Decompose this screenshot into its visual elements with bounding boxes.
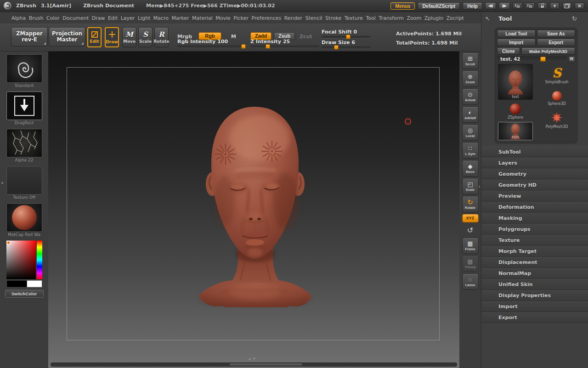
stroke-selector[interactable]: DragRect bbox=[6, 92, 42, 126]
recent-tool-thumbnail[interactable]: test bbox=[498, 122, 533, 140]
strip-button[interactable]: XYZ bbox=[462, 214, 479, 223]
defaultzscript-button[interactable]: DefaultZScript bbox=[418, 2, 460, 10]
menu-item[interactable]: Draw bbox=[92, 15, 105, 21]
menu-item[interactable]: Edit bbox=[108, 15, 118, 21]
menu-item[interactable]: Stencil bbox=[305, 15, 322, 21]
focal-shift-slider[interactable]: Focal Shift 0 bbox=[322, 29, 370, 38]
slider-handle[interactable] bbox=[334, 45, 339, 50]
panel-collapse-icon[interactable]: ↖ bbox=[485, 15, 490, 22]
menu-item[interactable]: Stroke bbox=[325, 15, 341, 21]
strip-button[interactable]: ⊞ Scroll bbox=[462, 52, 479, 69]
canvas-h-scrollbar[interactable] bbox=[51, 362, 457, 367]
zmapper-button[interactable]: ZMapper rev-E bbox=[11, 27, 48, 46]
draw-mode-button[interactable]: Draw bbox=[105, 27, 119, 47]
strip-button[interactable]: ▩ Transp bbox=[462, 255, 479, 272]
tool-slider-handle[interactable] bbox=[540, 57, 546, 62]
color-picker[interactable] bbox=[6, 241, 42, 279]
z-intensity-slider[interactable]: Z Intensity 25 bbox=[250, 39, 319, 48]
menu-item[interactable]: Render bbox=[284, 15, 302, 21]
texture-thumbnail[interactable] bbox=[6, 166, 42, 195]
tool-item-zsphere[interactable]: ZSphere bbox=[498, 102, 533, 121]
tool-section-row[interactable]: Display Properties bbox=[481, 290, 588, 301]
active-tool-thumbnail[interactable]: test bbox=[498, 64, 533, 100]
tool-section-row[interactable]: Preview bbox=[481, 190, 588, 201]
tool-section-row[interactable]: Import bbox=[481, 301, 588, 312]
load-tool-button[interactable]: Load Tool bbox=[497, 30, 536, 37]
slider-handle[interactable] bbox=[241, 44, 246, 49]
tool-section-row[interactable]: Deformation bbox=[481, 201, 588, 213]
make-polymesh3d-button[interactable]: Make PolyMesh3D bbox=[521, 47, 575, 55]
rotate-mode-button[interactable]: R Rotate bbox=[154, 27, 169, 47]
strip-button[interactable]: ↺ bbox=[462, 224, 479, 236]
draw-size-slider[interactable]: Draw Size 6 bbox=[322, 40, 370, 49]
tool-section-row[interactable]: Morph Target bbox=[481, 246, 588, 257]
tool-section-row[interactable]: Geometry HD bbox=[481, 179, 588, 190]
tool-section-row[interactable]: NormalMap bbox=[481, 268, 588, 279]
slider-handle[interactable] bbox=[266, 44, 270, 49]
strip-button[interactable]: ⊙ Actual bbox=[462, 88, 479, 105]
scale-mode-button[interactable]: S Scale bbox=[138, 27, 153, 47]
tool-slider-r-button[interactable]: R bbox=[568, 56, 575, 62]
layout-a-button[interactable] bbox=[513, 2, 522, 9]
document-canvas[interactable]: ▲ ▼ bbox=[48, 52, 459, 368]
scrub-left-button[interactable]: ◀▮ bbox=[485, 2, 496, 9]
import-button[interactable]: Import bbox=[497, 39, 536, 46]
material-selector[interactable]: MatCap Red Wa bbox=[6, 203, 42, 237]
strip-button[interactable]: ◌ Lasso bbox=[462, 273, 479, 290]
main-color-swatch[interactable] bbox=[6, 280, 28, 288]
left-divider-arrow[interactable]: ◂ bbox=[1, 180, 3, 185]
tool-slider-track[interactable]: test. 42 bbox=[497, 56, 567, 62]
rgb-intensity-slider[interactable]: Rgb Intensity 100 bbox=[177, 39, 246, 48]
strip-button[interactable]: ↻ Rotate bbox=[462, 196, 479, 213]
h-scrollbar-handle[interactable] bbox=[230, 363, 303, 366]
brush-selector[interactable]: Standard bbox=[6, 54, 42, 88]
canvas-scroll-nub[interactable]: ▲ ▼ bbox=[249, 357, 256, 361]
tool-section-row[interactable]: Masking bbox=[481, 213, 588, 224]
switch-color-button[interactable]: SwitchColor bbox=[5, 290, 44, 298]
help-button[interactable]: Help bbox=[463, 2, 482, 10]
menu-item[interactable]: Light bbox=[138, 15, 150, 21]
alpha-thumbnail[interactable] bbox=[6, 129, 42, 157]
menus-button[interactable]: Menus bbox=[390, 2, 415, 10]
menu-item[interactable]: Zplugin bbox=[424, 15, 444, 21]
save-as-button[interactable]: Save As bbox=[537, 30, 576, 37]
menu-item[interactable]: Color bbox=[46, 15, 60, 21]
slider-handle[interactable] bbox=[346, 34, 351, 39]
strip-button[interactable]: ⊕ Zoom bbox=[462, 70, 479, 87]
export-button[interactable]: Export bbox=[537, 39, 576, 46]
strip-button[interactable]: ▦ Frame bbox=[462, 237, 479, 254]
tool-section-row[interactable]: Export bbox=[481, 312, 588, 323]
menu-item[interactable]: Texture bbox=[345, 15, 363, 21]
strip-button[interactable]: ◐ AAHalf bbox=[462, 106, 479, 123]
material-thumbnail[interactable] bbox=[6, 203, 42, 232]
menu-item[interactable]: Picker bbox=[233, 15, 249, 21]
projection-master-button[interactable]: Projection Master bbox=[49, 27, 85, 46]
tool-section-row[interactable]: Texture bbox=[481, 235, 588, 246]
tool-section-row[interactable]: Unified Skin bbox=[481, 279, 588, 290]
menu-item[interactable]: Marker bbox=[172, 15, 189, 21]
tool-section-row[interactable]: Displacement bbox=[481, 257, 588, 268]
strip-button[interactable]: ∷ L.Sym bbox=[462, 142, 479, 159]
move-mode-button[interactable]: M Move bbox=[122, 27, 136, 47]
brush-thumbnail[interactable] bbox=[6, 54, 42, 83]
menu-item[interactable]: Preferences bbox=[252, 15, 282, 21]
layout-b-button[interactable] bbox=[525, 2, 535, 9]
menu-item[interactable]: Zscript bbox=[447, 15, 464, 21]
menu-item[interactable]: Material bbox=[192, 15, 213, 21]
menu-item[interactable]: Alpha bbox=[11, 15, 26, 21]
tool-section-row[interactable]: Layers bbox=[481, 157, 588, 168]
scrub-right-button[interactable]: ▮▶ bbox=[499, 2, 510, 9]
menu-item[interactable]: Tool bbox=[366, 15, 375, 21]
edit-mode-button[interactable]: Edit bbox=[87, 27, 102, 47]
clone-button[interactable]: Clone bbox=[497, 47, 520, 55]
close-button[interactable]: × bbox=[575, 2, 584, 9]
lock-button[interactable] bbox=[537, 2, 547, 9]
menu-item[interactable]: Macro bbox=[153, 15, 169, 21]
menu-item[interactable]: Transform bbox=[379, 15, 404, 21]
tool-item-simplebrush[interactable]: S SimpleBrush bbox=[537, 64, 576, 87]
alpha-selector[interactable]: Alpha 22 bbox=[6, 129, 42, 163]
menu-item[interactable]: Brush bbox=[29, 15, 44, 21]
tool-section-row[interactable]: SubTool bbox=[481, 146, 588, 157]
menu-item[interactable]: Document bbox=[62, 15, 89, 21]
tool-section-row[interactable]: Geometry bbox=[481, 168, 588, 179]
